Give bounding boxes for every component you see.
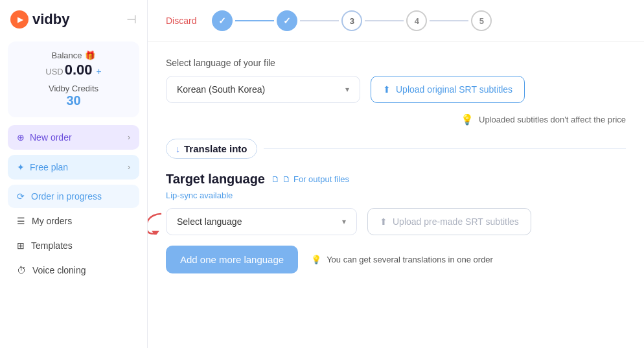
step-circle-1: ✓ [212,10,233,31]
bulb-icon: 💡 [461,113,474,126]
voice-cloning-icon: ⏱ [17,265,26,275]
add-one-more-language-button[interactable]: Add one more language [166,246,298,273]
currency-label: USD [45,67,63,76]
step-4: 4 [406,10,427,31]
new-order-icon: ⊕ [17,132,25,143]
stepper: ✓ ✓ 3 4 5 [212,10,626,31]
logo-play-icon [10,10,29,29]
upload-hint-text: Uploaded subtitles don't affect the pric… [479,115,626,124]
step-circle-2: ✓ [277,10,297,31]
chevron-down-icon: ▾ [342,217,346,226]
step-line-3 [365,20,404,21]
add-balance-button[interactable]: + [97,66,102,76]
target-language-title: Target language [166,172,265,187]
sidebar-item-my-orders[interactable]: ☰ My orders [8,209,139,233]
content-area: Select language of your file Korean (Sou… [148,42,644,348]
divider-line [264,148,626,150]
upload-hint-row: 💡 Uploaded subtitles don't affect the pr… [166,113,626,126]
discard-button[interactable]: Discard [166,16,196,26]
new-order-button[interactable]: ⊕ New order › [8,125,139,150]
logo-wordmark: vidby [32,11,69,28]
upload-srt-button[interactable]: ⬆ Upload original SRT subtitles [371,76,525,103]
step-line-2 [300,20,339,21]
free-plan-icon: ✦ [17,162,25,172]
sidebar-item-label: Order in progress [31,191,102,202]
upload-premade-icon: ⬆ [380,216,387,227]
step-2: ✓ [277,10,297,31]
chevron-right-icon: › [128,163,130,172]
lip-sync-label: Lip-sync available [166,191,626,200]
sidebar-item-label: Templates [31,240,73,251]
sidebar-item-label: My orders [32,216,72,226]
language-select-dropdown[interactable]: Korean (South Korea) ▾ [166,76,360,103]
upload-icon: ⬆ [383,84,391,95]
target-language-placeholder: Select language [177,216,242,227]
sidebar: vidby ⊣ Balance 🎁 USD 0.00 + Vidby Credi… [0,0,148,348]
step-1: ✓ [212,10,233,31]
selected-language-text: Korean (South Korea) [177,84,265,95]
credits-label: Vidby Credits [18,84,129,93]
file-icon-1: 🗋 [271,174,280,184]
free-plan-label: Free plan [30,162,68,172]
for-output-label: For output files [293,174,349,184]
translate-into-section: ↓ Translate into [166,139,626,159]
bulb-icon-2: 💡 [311,255,321,264]
bottom-row: Select language ▾ ⬆ Upload pre-made SRT … [166,208,626,235]
file-language-row: Korean (South Korea) ▾ ⬆ Upload original… [166,76,626,103]
upload-premade-srt-button[interactable]: ⬆ Upload pre-made SRT subtitles [367,208,531,235]
sidebar-item-order-in-progress[interactable]: ⟳ Order in progress [8,185,139,208]
order-in-progress-icon: ⟳ [17,191,25,202]
target-language-select[interactable]: Select language ▾ [166,208,357,235]
step-line-1 [235,20,274,21]
file-language-label: Select language of your file [166,58,626,68]
chevron-down-icon: ▾ [345,85,349,94]
step-circle-3: 3 [341,10,362,31]
add-language-row: Add one more language 💡 You can get seve… [166,246,626,273]
step-circle-5: 5 [471,10,492,31]
gift-icon: 🎁 [85,51,95,60]
step-line-4 [430,20,468,21]
chevron-right-icon: › [128,133,130,142]
several-translations-hint: 💡 You can get several translations in on… [311,255,493,264]
target-language-header: Target language 🗋 🗋 For output files [166,172,626,187]
upload-premade-label: Upload pre-made SRT subtitles [393,216,519,227]
free-plan-button[interactable]: ✦ Free plan › [8,155,139,180]
sidebar-item-label: Voice cloning [32,265,86,275]
step-3: 3 [341,10,362,31]
my-orders-icon: ☰ [17,216,25,226]
sidebar-item-voice-cloning[interactable]: ⏱ Voice cloning [8,259,139,282]
balance-value: 0.00 [65,62,93,78]
upload-srt-label: Upload original SRT subtitles [396,84,512,95]
file-icon-2: 🗋 [282,174,291,184]
topbar: Discard ✓ ✓ 3 4 5 [148,0,644,42]
red-arrow-icon [148,209,165,235]
arrow-down-icon: ↓ [176,144,180,154]
add-language-wrapper: Select language ▾ ⬆ Upload pre-made SRT … [166,208,531,235]
templates-icon: ⊞ [17,240,25,251]
collapse-sidebar-button[interactable]: ⊣ [126,12,137,27]
hint-text: You can get several translations in one … [327,255,493,264]
step-circle-4: 4 [406,10,427,31]
sidebar-item-templates[interactable]: ⊞ Templates [8,234,139,257]
logo-area: vidby ⊣ [8,10,139,29]
logo: vidby [10,10,69,29]
balance-amount-row: USD 0.00 + [18,62,129,78]
balance-card: Balance 🎁 USD 0.00 + Vidby Credits 30 [8,41,139,117]
translate-into-tag: ↓ Translate into [166,139,257,159]
for-output-files-tag[interactable]: 🗋 🗋 For output files [271,174,349,184]
credits-value: 30 [18,93,129,108]
balance-label: Balance 🎁 [18,51,129,60]
new-order-label: New order [30,132,72,143]
step-5: 5 [471,10,492,31]
main-content: Discard ✓ ✓ 3 4 5 Select language of y [148,0,644,348]
translate-into-label: Translate into [184,143,247,154]
